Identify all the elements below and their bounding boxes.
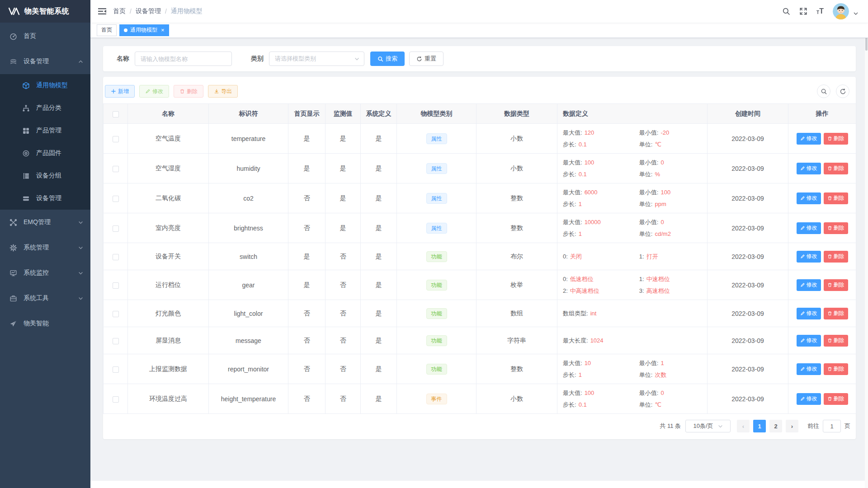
cell-created-time: 2022-03-09 <box>708 213 788 243</box>
cell-actions: 修改删除 <box>788 183 856 213</box>
row-delete-button[interactable]: 删除 <box>824 133 848 145</box>
row-edit-button[interactable]: 修改 <box>797 192 821 204</box>
tab-close-icon[interactable]: × <box>161 27 165 33</box>
cell-monitor-value: 否 <box>326 243 361 270</box>
row-delete-button[interactable]: 删除 <box>824 308 848 319</box>
row-delete-button[interactable]: 删除 <box>824 251 848 263</box>
row-checkbox[interactable] <box>113 338 119 344</box>
sidebar-subitem-4[interactable]: 设备分组 <box>0 164 90 187</box>
breadcrumb-item[interactable]: 设备管理 <box>136 7 161 15</box>
row-edit-button[interactable]: 修改 <box>797 279 821 291</box>
cell-system-defined: 是 <box>361 270 397 300</box>
row-delete-button[interactable]: 删除 <box>824 279 848 291</box>
row-checkbox[interactable] <box>113 282 119 289</box>
sidebar-item-1[interactable]: 设备管理 <box>0 49 90 74</box>
name-filter-input[interactable] <box>135 52 232 66</box>
next-page-button[interactable]: › <box>786 420 798 432</box>
cell-name: 上报监测数据 <box>128 354 209 384</box>
delete-button[interactable]: 删除 <box>174 85 203 98</box>
logo-icon <box>8 7 20 16</box>
sidebar-subitem-3[interactable]: 产品固件 <box>0 142 90 164</box>
sidebar-item-2[interactable]: EMQ管理 <box>0 210 90 235</box>
sidebar-subitem-1[interactable]: 产品分类 <box>0 97 90 119</box>
row-checkbox[interactable] <box>113 225 119 232</box>
row-delete-button[interactable]: 删除 <box>824 363 848 375</box>
row-checkbox[interactable] <box>113 396 119 403</box>
caret-down-icon[interactable] <box>854 12 858 15</box>
category-filter-select[interactable]: 请选择模型类别 <box>269 52 364 66</box>
cell-system-defined: 是 <box>361 213 397 243</box>
logo[interactable]: 物美智能系统 <box>0 0 90 23</box>
row-edit-button[interactable]: 修改 <box>797 133 821 145</box>
emq-icon <box>9 218 17 226</box>
cell-home-display: 否 <box>288 354 326 384</box>
sidebar-item-0[interactable]: 首页 <box>0 23 90 49</box>
sidebar-subitem-5[interactable]: 设备管理 <box>0 187 90 210</box>
fullscreen-icon[interactable] <box>799 7 807 15</box>
search-button[interactable]: 搜索 <box>370 52 405 66</box>
chevron-down-icon <box>354 56 359 61</box>
cell-monitor-value: 否 <box>326 384 361 414</box>
search-icon[interactable] <box>782 7 790 15</box>
table-row: 灯光颜色 light_color 否 否 是 功能 数组 数组类型:int 20… <box>104 300 856 327</box>
select-all-checkbox[interactable] <box>113 111 119 117</box>
tab-通用物模型[interactable]: 通用物模型× <box>119 24 169 36</box>
row-checkbox[interactable] <box>113 196 119 202</box>
monitor-icon <box>9 269 17 277</box>
row-checkbox[interactable] <box>113 254 119 260</box>
goto-page-input[interactable] <box>823 420 841 432</box>
pencil-icon <box>800 311 805 316</box>
prev-page-button[interactable]: ‹ <box>737 420 750 432</box>
row-edit-button[interactable]: 修改 <box>797 393 821 405</box>
row-checkbox[interactable] <box>113 311 119 317</box>
export-button[interactable]: 导出 <box>208 85 238 98</box>
sidebar-item-6[interactable]: 物美智能 <box>0 311 90 336</box>
trash-icon <box>827 136 832 141</box>
cell-select <box>104 124 128 154</box>
sidebar-item-3[interactable]: 系统管理 <box>0 235 90 260</box>
cell-actions: 修改删除 <box>788 243 856 270</box>
sidebar-subitem-2[interactable]: 产品管理 <box>0 119 90 142</box>
row-delete-button[interactable]: 删除 <box>824 335 848 347</box>
breadcrumb-item: 通用物模型 <box>171 7 203 15</box>
refresh-icon[interactable] <box>836 84 849 98</box>
avatar[interactable] <box>833 3 849 19</box>
sidebar-subitem-0[interactable]: 通用物模型 <box>0 74 90 97</box>
row-edit-button[interactable]: 修改 <box>797 251 821 263</box>
row-edit-button[interactable]: 修改 <box>797 363 821 375</box>
sidebar-item-label: 物美智能 <box>24 319 49 328</box>
cell-category: 功能 <box>397 354 476 384</box>
row-delete-button[interactable]: 删除 <box>824 393 848 405</box>
table-search-icon[interactable] <box>817 84 830 98</box>
breadcrumb-item[interactable]: 首页 <box>113 7 126 15</box>
page-button-1[interactable]: 1 <box>753 420 766 432</box>
edit-button[interactable]: 修改 <box>139 85 169 98</box>
row-checkbox[interactable] <box>113 366 119 373</box>
row-delete-button[interactable]: 删除 <box>824 222 848 234</box>
row-edit-button[interactable]: 修改 <box>797 163 821 174</box>
cell-monitor-value: 是 <box>326 124 361 154</box>
row-delete-button[interactable]: 删除 <box>824 163 848 174</box>
reset-button[interactable]: 重置 <box>409 52 443 66</box>
sidebar-item-5[interactable]: 系统工具 <box>0 286 90 311</box>
font-size-icon[interactable]: TT <box>816 8 824 15</box>
row-edit-button[interactable]: 修改 <box>797 222 821 234</box>
pencil-icon <box>145 89 151 94</box>
row-delete-button[interactable]: 删除 <box>824 192 848 204</box>
sidebar-item-label: 设备分组 <box>36 172 61 180</box>
add-button[interactable]: 新增 <box>105 85 135 98</box>
sidebar-item-4[interactable]: 系统监控 <box>0 260 90 286</box>
page-scrollbar[interactable] <box>865 0 868 488</box>
hamburger-icon[interactable] <box>98 7 107 16</box>
cell-name: 二氧化碳 <box>128 183 209 213</box>
page-button-2[interactable]: 2 <box>769 420 782 432</box>
cell-identifier: humidity <box>209 154 288 183</box>
tab-首页[interactable]: 首页 <box>97 24 117 36</box>
pagination: 共 11 条 10条/页 ‹12› 前往 页 <box>103 414 856 439</box>
row-edit-button[interactable]: 修改 <box>797 335 821 347</box>
category-tag: 事件 <box>426 394 447 404</box>
row-edit-button[interactable]: 修改 <box>797 308 821 319</box>
page-size-select[interactable]: 10条/页 <box>685 420 731 432</box>
row-checkbox[interactable] <box>113 166 119 172</box>
row-checkbox[interactable] <box>113 136 119 142</box>
